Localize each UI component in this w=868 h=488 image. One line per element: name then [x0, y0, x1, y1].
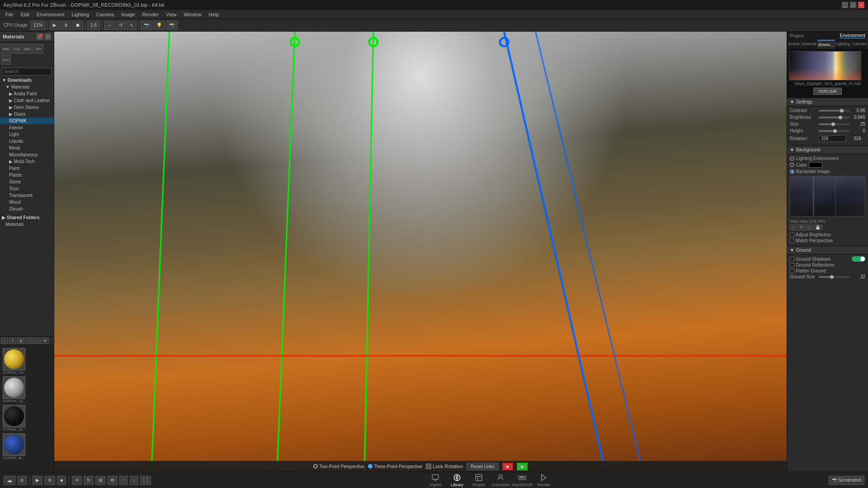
- bottom-undo-btn[interactable]: ↺: [72, 476, 82, 485]
- reset-links-button[interactable]: Reset Links: [467, 463, 498, 470]
- toolbar-btn-move[interactable]: ↔: [104, 21, 115, 30]
- toolbar-btn-stop[interactable]: ⏹: [72, 21, 83, 30]
- tree-item-materials-parent[interactable]: ▼ Materials: [0, 84, 54, 90]
- tree-item-liquids[interactable]: Liquids: [0, 138, 54, 145]
- bottom-play-btn[interactable]: ▶: [33, 476, 42, 485]
- right-project-tab[interactable]: Project: [790, 33, 804, 38]
- bottom-pause-btn[interactable]: ⏸: [44, 476, 55, 485]
- ground-section-header[interactable]: ▼ Ground: [787, 246, 868, 254]
- toolbar-btn-camera[interactable]: 📷: [141, 21, 152, 30]
- brightness-slider[interactable]: [819, 117, 850, 118]
- menu-camera[interactable]: Camera: [93, 11, 118, 18]
- menu-view[interactable]: View: [162, 11, 180, 18]
- tree-item-downloads[interactable]: ▼ Downloads: [0, 77, 54, 84]
- settings-section-header[interactable]: ▼ Settings: [787, 98, 868, 106]
- ground-shadows-checkbox[interactable]: [790, 257, 794, 261]
- title-bar-controls[interactable]: _ □ ×: [842, 2, 864, 8]
- bottom-keyshotvr[interactable]: KeyShotVR: [513, 473, 531, 488]
- panel-close-button[interactable]: ×: [45, 33, 51, 40]
- left-icon-col[interactable]: Col: [12, 44, 22, 54]
- tree-item-interior[interactable]: Interior: [0, 124, 54, 131]
- tab-camera[interactable]: Camera: [851, 40, 868, 49]
- search-input[interactable]: [2, 68, 52, 75]
- backplate-del-btn[interactable]: ×: [806, 225, 813, 230]
- menu-render[interactable]: Render: [139, 11, 162, 18]
- tree-item-misc[interactable]: Miscellaneous: [0, 151, 54, 158]
- backplate-radio[interactable]: Backplate Image: [790, 169, 865, 174]
- right-environment-tab[interactable]: Environment: [840, 33, 865, 38]
- menu-file[interactable]: File: [2, 11, 17, 18]
- ground-shadows-row[interactable]: Ground Shadows: [790, 256, 865, 262]
- menu-help[interactable]: Help: [205, 11, 223, 18]
- toolbar-btn-render[interactable]: ▶: [50, 21, 60, 30]
- tab-lighting[interactable]: Lighting: [835, 40, 852, 49]
- bottom-import[interactable]: Import: [426, 473, 444, 488]
- ground-shadows-toggle[interactable]: [852, 256, 865, 262]
- bottom-project[interactable]: Project: [470, 473, 488, 488]
- backplate-add-btn[interactable]: +: [790, 225, 797, 230]
- cpu-value[interactable]: 11%: [30, 21, 46, 30]
- thumb-item-2[interactable]: GOPNIK_Synth...: [3, 376, 27, 403]
- two-point-perspective-radio[interactable]: Two-Point Perspective: [313, 464, 364, 469]
- close-button[interactable]: ×: [858, 2, 864, 8]
- toolbar-btn-pause[interactable]: ⏸: [61, 21, 71, 30]
- thumb-grid-btn[interactable]: ⊞: [17, 338, 24, 344]
- toolbar-btn-light[interactable]: 💡: [153, 21, 165, 30]
- thumb-add-btn[interactable]: +: [1, 338, 8, 344]
- tree-item-gopnik[interactable]: GOPNIK: [0, 117, 54, 124]
- bottom-stop-btn[interactable]: ■: [57, 476, 66, 485]
- tree-item-wood[interactable]: Wood: [0, 199, 54, 206]
- toolbar-btn-rotate[interactable]: ↺: [116, 21, 126, 30]
- tab-scene[interactable]: Scene: [787, 40, 801, 49]
- maximize-button[interactable]: □: [850, 2, 856, 8]
- backplate-edit-btn[interactable]: ✎: [797, 225, 805, 230]
- adjust-brightness-checkbox[interactable]: [790, 233, 794, 237]
- toolbar-btn-sla[interactable]: 1.6: [87, 21, 100, 30]
- thumb-item-4[interactable]: GOPNIK_Blue_l...: [3, 433, 27, 460]
- thumb-item-1[interactable]: GOPNIK_Hard...: [3, 348, 27, 375]
- ground-size-slider[interactable]: [819, 276, 850, 278]
- rotation-input[interactable]: [819, 135, 846, 142]
- bottom-grid-btn[interactable]: ⊞: [95, 476, 105, 485]
- viewport-green-btn[interactable]: ■: [517, 463, 528, 470]
- lighting-env-radio[interactable]: Lighting Environment: [790, 156, 865, 161]
- match-perspective-row[interactable]: Match Perspective: [790, 238, 865, 243]
- thumb-up-btn[interactable]: ↑: [25, 338, 33, 344]
- ground-reflections-row[interactable]: Ground Reflections: [790, 263, 865, 267]
- thumb-down-btn[interactable]: ↓: [33, 338, 41, 344]
- color-swatch[interactable]: [809, 162, 822, 168]
- menu-edit[interactable]: Edit: [17, 11, 33, 18]
- bottom-up-btn[interactable]: ↑: [119, 476, 128, 485]
- color-radio[interactable]: Color: [790, 162, 865, 168]
- tab-material[interactable]: Material: [801, 40, 818, 49]
- flatten-ground-checkbox[interactable]: [790, 269, 794, 273]
- bottom-animation[interactable]: Animation: [491, 473, 509, 488]
- background-section-header[interactable]: ▼ Background: [787, 145, 868, 154]
- tree-item-materials-shared[interactable]: Materials: [0, 221, 54, 228]
- screenshot-button[interactable]: 📸 Screenshot: [829, 476, 864, 485]
- bottom-cloud-btn[interactable]: ☁: [4, 476, 15, 485]
- toolbar-btn-screenshot[interactable]: 📸: [166, 21, 178, 30]
- toolbar-btn-scale[interactable]: ⤡: [127, 21, 137, 30]
- size-slider[interactable]: [819, 123, 850, 125]
- bottom-library[interactable]: Library: [448, 473, 466, 488]
- tree-item-light[interactable]: Light: [0, 131, 54, 138]
- bottom-menu-btn[interactable]: ≡: [17, 476, 27, 485]
- tree-item-glass[interactable]: ▶ Glass: [0, 111, 54, 117]
- left-icon-mat[interactable]: Mat: [1, 44, 11, 54]
- match-perspective-checkbox[interactable]: [790, 239, 794, 243]
- height-slider[interactable]: [819, 130, 850, 132]
- ground-reflections-checkbox[interactable]: [790, 263, 794, 267]
- tree-item-stone[interactable]: Stone: [0, 178, 54, 185]
- menu-window[interactable]: Window: [180, 11, 205, 18]
- tree-item-paint[interactable]: Paint: [0, 165, 54, 172]
- tree-item-toon[interactable]: Toon: [0, 185, 54, 192]
- bottom-down-btn[interactable]: ↓: [130, 476, 138, 485]
- tree-item-aralla[interactable]: ▶ Aralla Paint: [0, 90, 54, 97]
- bottom-render[interactable]: Render: [535, 473, 553, 488]
- flatten-ground-row[interactable]: Flatten Ground: [790, 268, 865, 273]
- viewport-red-btn[interactable]: ■: [502, 463, 513, 470]
- thumb-filter-btn[interactable]: ▼: [42, 338, 49, 344]
- panel-pin-button[interactable]: 📌: [37, 33, 43, 40]
- tree-item-metal[interactable]: Metal: [0, 145, 54, 151]
